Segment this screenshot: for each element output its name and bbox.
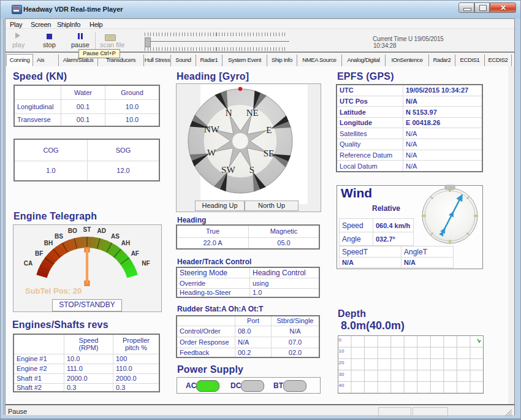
svg-text:SW: SW (221, 165, 235, 175)
svg-text:BS: BS (55, 233, 63, 240)
svg-text:NE: NE (246, 108, 259, 118)
svg-text:BO: BO (68, 227, 77, 234)
svg-text:0: 0 (339, 337, 342, 343)
svg-text:NW: NW (204, 124, 220, 134)
svg-text:N: N (226, 108, 232, 118)
svg-text:20: 20 (339, 360, 344, 365)
svg-text:AD: AD (97, 227, 105, 234)
svg-text:NF: NF (142, 260, 150, 267)
svg-text:CA: CA (24, 260, 32, 267)
svg-text:AH: AH (121, 240, 130, 246)
svg-text:E: E (266, 125, 272, 135)
svg-text:S: S (249, 165, 254, 175)
svg-text:AF: AF (131, 250, 139, 257)
svg-text:10: 10 (339, 348, 344, 354)
svg-text:40: 40 (339, 383, 344, 388)
svg-text:BH: BH (44, 240, 53, 246)
svg-text:W: W (207, 148, 216, 158)
svg-text:SE: SE (264, 148, 275, 158)
svg-text:BF: BF (35, 250, 43, 257)
svg-text:AS: AS (111, 233, 120, 240)
svg-text:30: 30 (339, 372, 344, 377)
svg-text:ST: ST (83, 226, 91, 233)
